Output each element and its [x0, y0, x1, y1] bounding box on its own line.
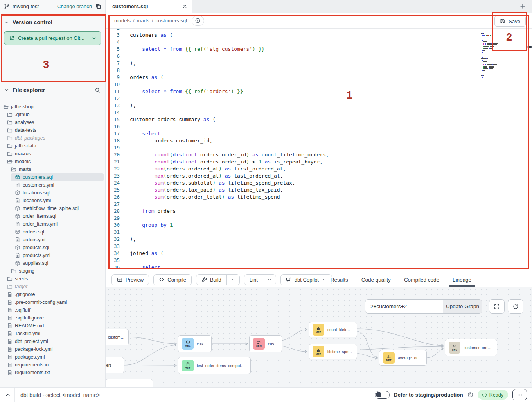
lineage-node-customers[interactable]: MDLcustomers	[178, 335, 212, 352]
lineage-node-average_order_value[interactable]: METaverage_order_value	[379, 350, 427, 366]
file-tree-item-customers.yml[interactable]: customers.yml	[0, 181, 104, 189]
code-line-35[interactable]: 35	[106, 257, 532, 264]
code-line-2[interactable]: 2	[106, 29, 532, 32]
compile-button[interactable]: Compile	[153, 274, 192, 285]
file-tree-item-order_items.yml[interactable]: order_items.yml	[0, 220, 104, 228]
refresh-button[interactable]	[508, 299, 523, 314]
code-line-36[interactable]: 36 select	[106, 264, 532, 271]
lineage-node-partial[interactable]	[106, 379, 153, 387]
build-dropdown[interactable]	[226, 275, 239, 285]
code-line-31[interactable]: 31	[106, 229, 532, 236]
file-tree-item-models[interactable]: models	[0, 158, 104, 165]
lineage-node-stg_customers[interactable]: MDLstg_customers	[106, 329, 129, 345]
file-tree-item-marts[interactable]: marts	[0, 165, 104, 173]
code-line-13[interactable]: 13),	[106, 102, 532, 109]
dbt-copilot-button[interactable]: dbt Copilot	[280, 274, 332, 285]
file-tree-item-dbt_project.yml[interactable]: dbt_project.yml	[0, 337, 104, 345]
code-line-18[interactable]: 18 orders.customer_id,	[106, 137, 532, 144]
code-line-33[interactable]: 33	[106, 243, 532, 250]
copy-icon[interactable]	[95, 4, 101, 9]
lint-dropdown[interactable]	[263, 275, 276, 285]
file-tree-item-data-tests[interactable]: data-tests	[0, 126, 104, 134]
code-line-29[interactable]: 29	[106, 215, 532, 222]
code-line-15[interactable]: 15customer_orders_summary as (	[106, 116, 532, 123]
file-tree-item-.github[interactable]: .github	[0, 111, 104, 118]
file-tree-item-jaffle-shop[interactable]: jaffle-shop	[0, 103, 104, 111]
code-line-34[interactable]: 34joined as (	[106, 250, 532, 257]
lineage-node-customers[interactable]: SEMcustomers	[249, 335, 282, 352]
file-tree-item-.gitignore[interactable]: .gitignore	[0, 291, 104, 298]
code-line-17[interactable]: 17 select	[106, 130, 532, 137]
expand-console-icon[interactable]	[5, 392, 11, 398]
tab-compiled-code[interactable]: Compiled code	[403, 273, 440, 286]
lint-main[interactable]: Lint	[244, 275, 263, 285]
code-line-28[interactable]: 28 from orders	[106, 208, 532, 215]
tab-customers-sql[interactable]: customers.sql	[106, 0, 192, 13]
code-line-24[interactable]: 24 sum(orders.subtotal) as lifetime_spen…	[106, 179, 532, 187]
code-line-19[interactable]: 19	[106, 144, 532, 151]
file-tree-item-seeds[interactable]: seeds	[0, 275, 104, 283]
file-tree-item-orders.yml[interactable]: orders.yml	[0, 236, 104, 244]
code-line-16[interactable]: 16	[106, 123, 532, 130]
tab-code-quality[interactable]: Code quality	[361, 273, 392, 286]
fullscreen-button[interactable]	[489, 299, 505, 314]
defer-toggle[interactable]	[375, 391, 390, 399]
code-line-9[interactable]: 9orders as (	[106, 74, 532, 81]
create-pr-dropdown[interactable]	[87, 32, 101, 45]
file-tree-item-README.md[interactable]: README.md	[0, 322, 104, 330]
change-branch-link[interactable]: Change branch	[57, 4, 92, 9]
preview-button[interactable]: Preview	[111, 274, 149, 285]
lineage-panel[interactable]: MDLstg_customersMDLordersMDLcustomersTST…	[106, 287, 532, 387]
code-line-21[interactable]: 21 count(distinct orders.order_id) > 1 a…	[106, 158, 532, 165]
file-tree-item-.sqlfluffignore[interactable]: .sqlfluffignore	[0, 314, 104, 322]
file-tree-item-requirements.txt[interactable]: requirements.txt	[0, 369, 104, 377]
code-line-7[interactable]: 7),	[106, 60, 532, 67]
copilot-pill-button[interactable]	[192, 16, 204, 26]
new-tab-icon[interactable]	[519, 3, 526, 9]
file-tree-item-orders.sql[interactable]: orders.sql	[0, 228, 104, 236]
update-graph-button[interactable]: Update Graph	[443, 300, 482, 313]
file-tree-item-.sqlfluff[interactable]: .sqlfluff	[0, 306, 104, 314]
code-line-3[interactable]: 3customers as (	[106, 32, 532, 39]
lineage-selector-input[interactable]: 2+customers+2	[365, 300, 443, 313]
code-line-4[interactable]: 4	[106, 39, 532, 46]
close-icon[interactable]	[182, 4, 187, 9]
file-tree-item-requirements.in[interactable]: requirements.in	[0, 361, 104, 369]
code-line-27[interactable]: 27	[106, 201, 532, 208]
code-line-30[interactable]: 30 group by 1	[106, 222, 532, 229]
file-tree-item-products.sql[interactable]: products.sql	[0, 244, 104, 251]
file-tree-item-jaffle-data[interactable]: jaffle-data	[0, 142, 104, 150]
code-line-32[interactable]: 32),	[106, 236, 532, 243]
file-tree-item-packages.yml[interactable]: packages.yml	[0, 353, 104, 361]
lineage-node-test_order_items_compute_to_bools...[interactable]: TSTtest_order_items_compute_to_bools...	[178, 357, 251, 374]
lineage-node-orders[interactable]: MDLorders	[106, 357, 124, 373]
help-icon[interactable]	[467, 392, 473, 398]
tab-lineage[interactable]: Lineage	[452, 273, 472, 286]
breadcrumb[interactable]: marts	[137, 18, 150, 23]
file-tree-item-products.yml[interactable]: products.yml	[0, 251, 104, 259]
file-tree-item-target[interactable]: target	[0, 283, 104, 291]
code-line-20[interactable]: 20 count(distinct orders.order_id) as co…	[106, 151, 532, 158]
command-input[interactable]: dbt build --select <model_name>	[20, 392, 100, 398]
code-line-8[interactable]: 8	[106, 67, 532, 74]
file-tree-item-.pre-commit-config.yaml[interactable]: .pre-commit-config.yaml	[0, 298, 104, 306]
file-tree-item-analyses[interactable]: analyses	[0, 118, 104, 126]
version-control-header[interactable]: Version control	[4, 19, 101, 25]
tab-results[interactable]: Results	[330, 273, 349, 286]
code-line-5[interactable]: 5 select * from {{ ref('stg_customers') …	[106, 46, 532, 53]
code-line-10[interactable]: 10	[106, 81, 532, 88]
breadcrumb[interactable]: models	[114, 18, 131, 23]
code-line-14[interactable]: 14	[106, 109, 532, 116]
file-tree-item-supplies.sql[interactable]: supplies.sql	[0, 259, 104, 267]
create-pr-main[interactable]: Create a pull request on Git...	[4, 32, 87, 45]
code-line-22[interactable]: 22 min(orders.ordered_at) as first_order…	[106, 165, 532, 172]
file-tree-item-locations.sql[interactable]: locations.sql	[0, 189, 104, 197]
file-tree-item-staging[interactable]: staging	[0, 267, 104, 275]
save-button[interactable]: Save	[494, 16, 526, 27]
code-line-26[interactable]: 26 sum(orders.order_total) as lifetime_s…	[106, 194, 532, 201]
search-icon[interactable]	[95, 87, 101, 93]
file-tree-item-customers.sql[interactable]: customers.sql	[11, 173, 104, 181]
code-line-12[interactable]: 12	[106, 95, 532, 102]
lineage-node-count_lifetime_orders[interactable]: METcount_lifetime_orders	[309, 322, 357, 337]
file-tree-item-metricflow_time_spine.sql[interactable]: metricflow_time_spine.sql	[0, 205, 104, 212]
